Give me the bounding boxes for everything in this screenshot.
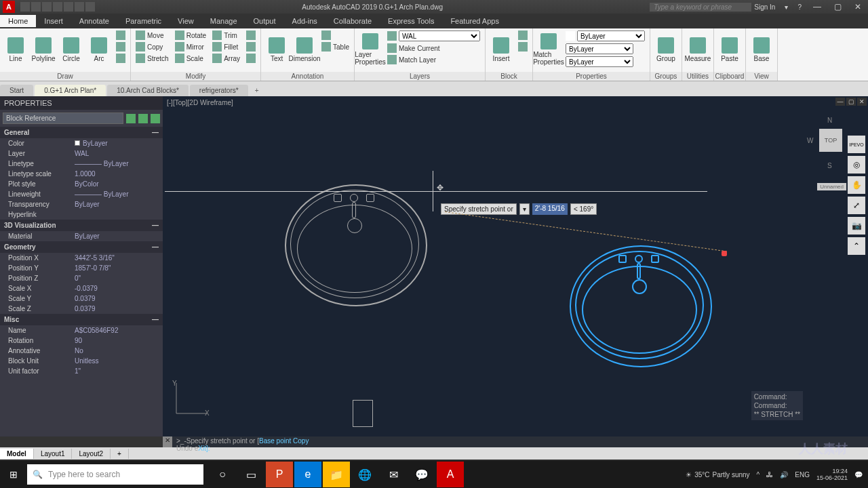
ucs-icon[interactable]: YX <box>170 380 210 422</box>
edit-block-icon[interactable] <box>516 41 530 52</box>
app-edge-icon[interactable]: e <box>294 462 321 487</box>
signin-button[interactable]: Sign In <box>751 3 778 11</box>
property-row[interactable]: Block UnitUnitless <box>0 356 163 366</box>
clock[interactable]: 19:24 15-06-2021 <box>816 468 848 481</box>
property-row[interactable]: Unit factor1" <box>0 366 163 376</box>
property-row[interactable]: Rotation90 <box>0 336 163 346</box>
hatch-icon[interactable] <box>114 41 127 52</box>
command-input[interactable]: >_-Specify stretch point or [Base point … <box>172 436 868 447</box>
app-whatsapp-icon[interactable]: 💬 <box>408 462 435 487</box>
qat-redo-icon[interactable] <box>85 2 95 12</box>
orbit-icon[interactable]: 📷 <box>848 217 865 235</box>
linetype-select[interactable]: ByLayer <box>564 56 647 68</box>
viewcube-top[interactable]: TOP <box>819 129 842 152</box>
add-drawing-tab[interactable]: + <box>250 85 264 96</box>
line-button[interactable]: Line <box>3 30 28 69</box>
section-3d-visualization[interactable]: 3D Visualization— <box>0 220 163 231</box>
property-row[interactable]: Lineweight———— ByLayer <box>0 189 163 199</box>
app-icon[interactable]: A <box>3 1 15 13</box>
table-button[interactable]: Table <box>319 41 351 52</box>
drawing-tab-archplan[interactable]: 0.G+1 Arch Plan* <box>35 85 106 96</box>
rectangle-icon[interactable] <box>114 30 127 41</box>
ribbon-tab-collaborate[interactable]: Collaborate <box>326 15 380 27</box>
ellipse-icon[interactable] <box>114 53 127 64</box>
app-autocad-icon[interactable]: A <box>437 462 464 487</box>
ribbon-tab-output[interactable]: Output <box>245 15 284 27</box>
property-row[interactable]: ColorByLayer <box>0 138 163 148</box>
match-properties-button[interactable]: Match Properties <box>536 30 561 69</box>
explode-icon[interactable] <box>244 41 258 52</box>
create-block-icon[interactable] <box>516 30 530 41</box>
close-button[interactable]: ✕ <box>848 1 868 13</box>
taskbar-search[interactable]: 🔍 Type here to search <box>27 464 203 485</box>
viewcube-south[interactable]: S <box>827 162 832 169</box>
drawing-tab-start[interactable]: Start <box>0 85 33 96</box>
polyline-button[interactable]: Polyline <box>31 30 56 69</box>
sink-block-selected[interactable] <box>570 245 712 367</box>
command-line[interactable]: ✕ >_-Specify stretch point or [Base poin… <box>163 436 868 447</box>
qat-saveas-icon[interactable] <box>53 2 62 12</box>
cortana-icon[interactable]: ○ <box>209 462 236 487</box>
layer-properties-button[interactable]: Layer Properties <box>357 30 383 69</box>
property-row[interactable]: Position X3442'-5 3/16" <box>0 253 163 263</box>
ribbon-tab-addins[interactable]: Add-ins <box>284 15 326 27</box>
measure-button[interactable]: Measure <box>685 30 711 69</box>
group-button[interactable]: Group <box>653 30 679 69</box>
add-layout-button[interactable]: + <box>111 449 129 459</box>
steering-wheel-icon[interactable]: ◎ <box>848 156 865 174</box>
leader-icon[interactable] <box>319 30 351 41</box>
ribbon-tab-featured[interactable]: Featured Apps <box>442 15 507 27</box>
viewcube-west[interactable]: W <box>807 137 813 144</box>
viewport-maximize-button[interactable]: ▢ <box>846 98 856 106</box>
rotate-button[interactable]: Rotate <box>173 30 208 41</box>
minimize-button[interactable]: — <box>807 1 827 13</box>
app-explorer-icon[interactable]: 📁 <box>323 462 350 487</box>
stretch-button[interactable]: Stretch <box>134 53 171 64</box>
section-geometry[interactable]: Geometry— <box>0 241 163 253</box>
property-row[interactable]: TransparencyByLayer <box>0 199 163 209</box>
offset-icon[interactable] <box>244 53 258 64</box>
viewport-label[interactable]: [-][Top][2D Wireframe] <box>163 96 868 109</box>
property-row[interactable]: MaterialByLayer <box>0 231 163 241</box>
dimension-button[interactable]: Dimension <box>292 30 317 69</box>
erase-icon[interactable] <box>244 30 258 41</box>
match-layer-button[interactable]: Match Layer <box>385 54 482 65</box>
pickadd-icon[interactable] <box>151 114 160 123</box>
notifications-icon[interactable]: 💬 <box>854 471 863 479</box>
ribbon-tab-parametric[interactable]: Parametric <box>117 15 170 27</box>
property-row[interactable]: Linetype———— ByLayer <box>0 159 163 169</box>
insert-button[interactable]: Insert <box>488 30 514 69</box>
fillet-button[interactable]: Fillet <box>210 41 242 52</box>
layout-tab-layout2[interactable]: Layout2 <box>72 449 111 459</box>
app-mail-icon[interactable]: ✉ <box>380 462 407 487</box>
layer-current-select[interactable]: WAL <box>385 30 482 42</box>
property-row[interactable]: LayerWAL <box>0 148 163 159</box>
maximize-button[interactable]: ▢ <box>827 1 848 13</box>
select-objects-icon[interactable] <box>138 114 148 123</box>
grip-point[interactable] <box>722 251 727 256</box>
paste-button[interactable]: Paste <box>717 30 743 69</box>
drawing-tab-refrigerators[interactable]: refrigerators* <box>190 85 248 96</box>
prompt-menu-icon[interactable]: ▾ <box>519 203 530 215</box>
volume-icon[interactable]: 🔊 <box>780 471 788 479</box>
array-button[interactable]: Array <box>210 53 242 64</box>
qat-new-icon[interactable] <box>20 2 30 12</box>
property-row[interactable]: Plot styleByColor <box>0 179 163 189</box>
help-search[interactable]: Type a keyword or phrase <box>650 3 751 12</box>
mirror-button[interactable]: Mirror <box>173 41 208 52</box>
exchange-icon[interactable]: ▾ <box>782 3 791 11</box>
language-indicator[interactable]: ENG <box>795 471 810 479</box>
ribbon-tab-insert[interactable]: Insert <box>36 15 71 27</box>
start-button[interactable]: ⊞ <box>0 469 27 480</box>
scale-button[interactable]: Scale <box>173 53 208 64</box>
circle-button[interactable]: Circle <box>58 30 84 69</box>
viewcube-north[interactable]: N <box>827 117 832 124</box>
lineweight-select[interactable]: ByLayer <box>564 43 647 55</box>
copy-button[interactable]: Copy <box>134 41 171 52</box>
qat-open-icon[interactable] <box>31 2 41 12</box>
property-row[interactable]: NameA$C05846F92 <box>0 325 163 336</box>
zoom-extents-icon[interactable]: ⤢ <box>848 197 865 214</box>
property-row[interactable]: Scale Y0.0379 <box>0 293 163 304</box>
property-row[interactable]: Scale Z0.0379 <box>0 304 163 314</box>
drawing-canvas[interactable]: — ▢ ✕ [-][Top][2D Wireframe] ✥ Specify s… <box>163 96 868 436</box>
